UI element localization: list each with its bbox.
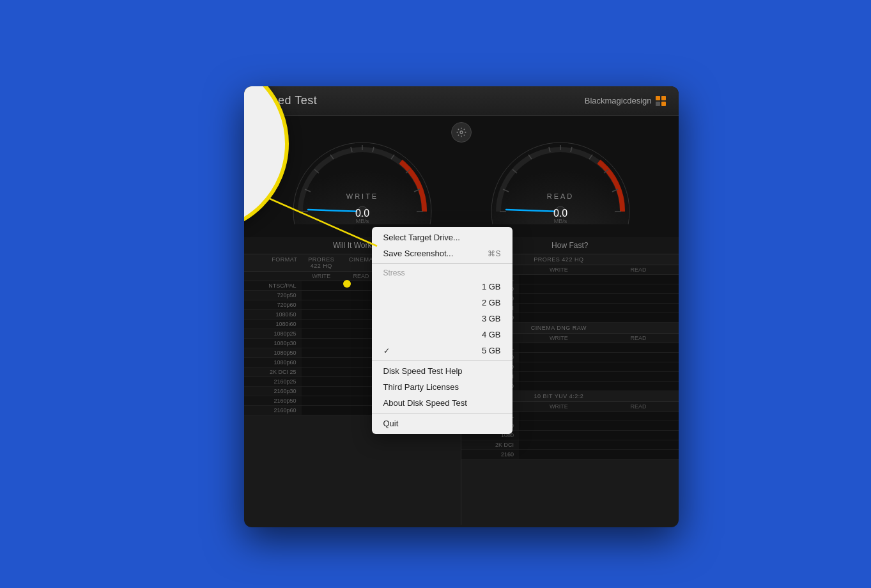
connector-dot — [343, 280, 351, 288]
magnify-1gb: 1 GB — [244, 103, 285, 122]
2gb-label: 2 GB — [482, 298, 501, 307]
svg-text:0.0: 0.0 — [553, 208, 567, 219]
svg-point-0 — [460, 131, 463, 134]
licenses-menu-item[interactable]: Third Party Licenses — [372, 379, 513, 395]
app-header: Speed Test Blackmagicdesign — [244, 86, 679, 116]
blackmagic-logo: Blackmagicdesign — [585, 96, 666, 106]
3gb-menu-item[interactable]: 3 GB — [372, 311, 513, 327]
select-target-label: Select Target Drive... — [383, 233, 460, 242]
context-menu: Select Target Drive... Save Screenshot..… — [372, 227, 513, 434]
3gb-label: 3 GB — [482, 314, 501, 323]
app-window: Speed Test Blackmagicdesign — [244, 86, 679, 527]
write-gauge: WRITE 0.0 MB/s — [289, 122, 436, 224]
help-menu-item[interactable]: Disk Speed Test Help — [372, 363, 513, 379]
table-row: 2160 — [461, 450, 679, 460]
5gb-menu-item[interactable]: ✓ 5 GB — [372, 343, 513, 359]
logo-dot-4 — [661, 102, 666, 106]
1gb-menu-item[interactable]: 1 GB — [372, 279, 513, 295]
4gb-menu-item[interactable]: 4 GB — [372, 327, 513, 343]
help-label: Disk Speed Test Help — [383, 366, 463, 376]
magnify-4gb: 4 GB — [244, 160, 285, 180]
svg-text:0.0: 0.0 — [355, 208, 369, 219]
svg-text:WRITE: WRITE — [346, 192, 378, 200]
cinemadng-label: Cinema DNG RAW — [519, 323, 599, 333]
1gb-label: 1 GB — [482, 282, 501, 291]
licenses-label: Third Party Licenses — [383, 382, 459, 392]
svg-text:READ: READ — [546, 192, 574, 200]
2gb-menu-item[interactable]: 2 GB — [372, 295, 513, 311]
save-screenshot-menu-item[interactable]: Save Screenshot... ⌘S — [372, 245, 513, 261]
read-gauge: READ 0.0 MB/s — [487, 122, 634, 224]
5gb-check: ✓ — [383, 346, 390, 355]
gear-button[interactable] — [451, 122, 472, 143]
logo-dot-3 — [656, 102, 660, 106]
gear-icon — [456, 127, 466, 137]
write-sub: WRITE — [302, 272, 341, 281]
svg-text:MB/s: MB/s — [553, 218, 567, 224]
format-header: FORMAT — [244, 254, 302, 271]
gauges-area: WRITE 0.0 MB/s — [244, 116, 679, 237]
logo-dots — [656, 96, 666, 106]
table-row: 2K DCI — [461, 440, 679, 450]
brand-name: Blackmagicdesign — [585, 96, 652, 105]
about-label: About Disk Speed Test — [383, 398, 467, 408]
select-target-menu-item[interactable]: Select Target Drive... — [372, 229, 513, 245]
yuv-label: 10 Bit YUV 4:2:2 — [519, 391, 599, 401]
5gb-label: 5 GB — [482, 346, 501, 355]
quit-menu-item[interactable]: Quit — [372, 415, 513, 431]
pror422-header: ProRes 422 HQ — [302, 254, 341, 271]
read-gauge-container: READ 0.0 MB/s — [487, 122, 634, 224]
quit-label: Quit — [383, 419, 399, 428]
magnify-2gb: 2 GB — [244, 122, 285, 141]
4gb-label: 4 GB — [482, 330, 501, 339]
save-screenshot-label: Save Screenshot... — [383, 249, 454, 258]
write-gauge-container: WRITE 0.0 MB/s — [289, 122, 436, 224]
logo-dot-1 — [656, 96, 660, 100]
about-menu-item[interactable]: About Disk Speed Test — [372, 395, 513, 411]
logo-dot-2 — [661, 96, 666, 100]
pror422-label: ProRes 422 HQ — [519, 254, 599, 265]
magnify-3gb: 3 GB — [244, 141, 285, 160]
stress-section-label: Stress — [372, 266, 513, 279]
svg-text:MB/s: MB/s — [355, 218, 369, 224]
menu-separator-3 — [372, 413, 513, 414]
menu-separator-1 — [372, 263, 513, 264]
save-shortcut: ⌘S — [488, 249, 500, 258]
menu-separator-2 — [372, 360, 513, 361]
